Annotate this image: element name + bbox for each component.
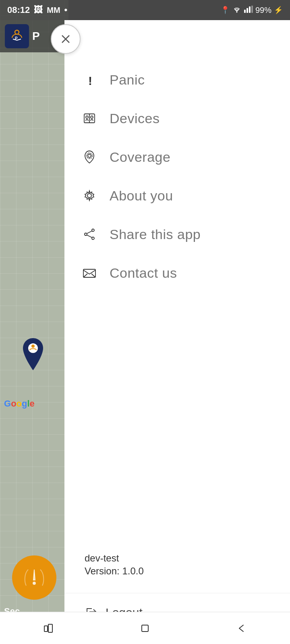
gear-icon <box>81 187 98 204</box>
svg-line-23 <box>87 231 92 233</box>
menu-item-share[interactable]: Share this app <box>81 215 274 254</box>
menu-label-contact: Contact us <box>110 265 177 281</box>
svg-rect-27 <box>48 624 52 632</box>
svg-rect-3 <box>249 6 251 13</box>
svg-rect-2 <box>246 8 248 13</box>
wifi-icon <box>232 6 242 15</box>
menu-label-coverage: Coverage <box>110 149 170 165</box>
status-dot: • <box>64 5 68 15</box>
app-logo: P <box>5 24 29 48</box>
app-title: P <box>32 30 40 43</box>
exclamation-icon: ! <box>81 71 98 89</box>
menu-label-panic: Panic <box>110 72 145 88</box>
svg-point-5 <box>15 30 19 34</box>
svg-point-8 <box>31 345 35 348</box>
map-background <box>0 0 68 644</box>
nav-back-button[interactable] <box>226 616 258 640</box>
menu-item-panic[interactable]: ! Panic <box>81 60 274 99</box>
share-icon <box>81 225 98 243</box>
svg-point-17 <box>88 154 91 157</box>
google-logo: Google <box>4 398 35 409</box>
menu-label-devices: Devices <box>110 111 160 126</box>
coverage-icon <box>81 148 98 166</box>
status-icons: 📍 99% ⚡ <box>221 6 283 15</box>
menu-item-devices[interactable]: Devices <box>81 99 274 138</box>
panic-fab[interactable] <box>12 555 56 600</box>
svg-point-20 <box>92 229 94 231</box>
svg-text:!: ! <box>88 74 92 87</box>
status-bar: 08:12 🖼 MM • 📍 99% ⚡ <box>0 0 290 20</box>
menu-item-about-you[interactable]: About you <box>81 176 274 215</box>
nav-bar <box>0 612 290 644</box>
svg-point-0 <box>236 11 237 12</box>
menu-item-coverage[interactable]: Coverage <box>81 138 274 176</box>
menu-label-about-you: About you <box>110 188 173 204</box>
location-icon: 📍 <box>221 6 230 14</box>
svg-text:P: P <box>15 36 18 41</box>
svg-rect-28 <box>142 625 148 632</box>
status-mm-text: MM <box>47 6 60 15</box>
svg-point-19 <box>87 194 91 198</box>
svg-point-21 <box>85 233 87 235</box>
close-button[interactable] <box>51 24 81 54</box>
menu-label-share: Share this app <box>110 227 201 242</box>
svg-point-9 <box>33 582 35 584</box>
svg-rect-1 <box>244 10 246 13</box>
svg-rect-4 <box>251 6 253 13</box>
signal-icon <box>244 6 253 15</box>
drawer-panel: ! Panic Devices <box>64 20 290 644</box>
status-time: 08:12 <box>7 5 30 15</box>
svg-point-14 <box>86 116 88 118</box>
version-info: dev-test Version: 1.0.0 <box>64 537 290 593</box>
nav-recent-button[interactable] <box>32 616 64 640</box>
envelope-icon <box>81 264 98 282</box>
battery-text: 99% <box>255 6 271 15</box>
svg-line-24 <box>87 235 92 237</box>
menu-item-contact[interactable]: Contact us <box>81 254 274 292</box>
menu-list: ! Panic Devices <box>64 60 290 292</box>
version-env: dev-test <box>85 553 270 564</box>
devices-icon <box>81 109 98 127</box>
battery-icon: ⚡ <box>274 6 283 14</box>
version-number: Version: 1.0.0 <box>85 566 270 577</box>
svg-point-22 <box>92 237 94 239</box>
nav-home-button[interactable] <box>129 616 161 640</box>
status-photo-icon: 🖼 <box>34 5 43 15</box>
status-left: 08:12 🖼 MM • <box>7 5 67 15</box>
svg-rect-26 <box>44 626 48 632</box>
svg-point-15 <box>91 116 93 118</box>
map-pin <box>21 338 45 372</box>
